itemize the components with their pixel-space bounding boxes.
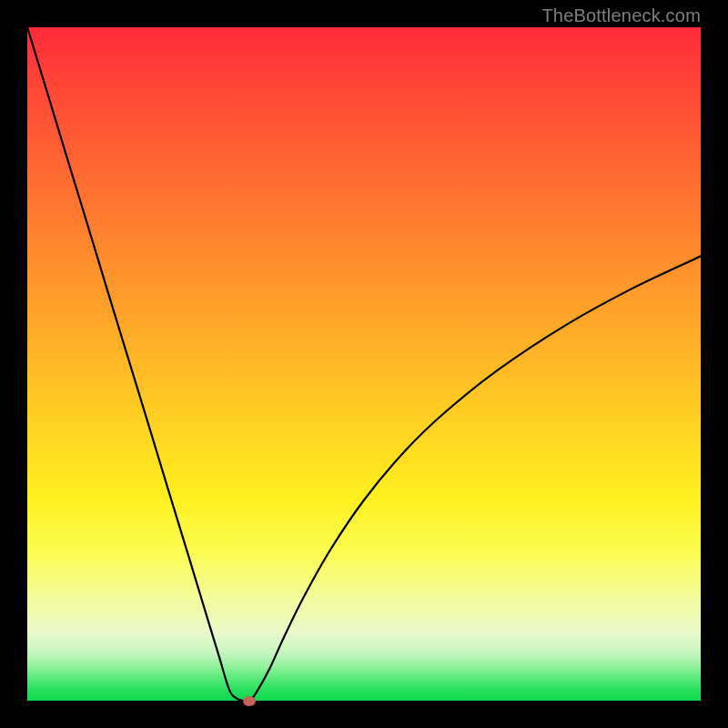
watermark-text: TheBottleneck.com xyxy=(541,5,701,26)
chart-frame: TheBottleneck.com xyxy=(0,0,728,728)
minimum-marker xyxy=(243,696,256,706)
curve-path xyxy=(27,27,701,701)
plot-area xyxy=(27,27,701,701)
bottleneck-curve xyxy=(27,27,701,701)
